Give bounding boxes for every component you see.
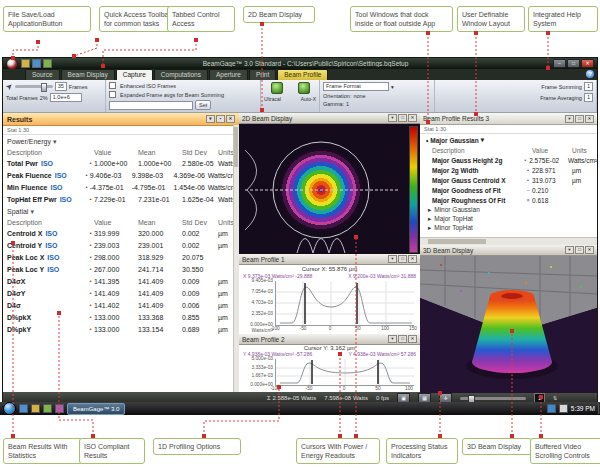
- 2d-beam-view[interactable]: [239, 124, 420, 255]
- enhanced-iso-checkbox[interactable]: [109, 82, 116, 89]
- row-bullet-icon[interactable]: •: [83, 184, 90, 190]
- window-menu-icon[interactable]: ▾: [388, 114, 397, 122]
- row-bullet-icon[interactable]: •: [87, 242, 94, 248]
- window-close-icon[interactable]: ✕: [408, 114, 417, 122]
- profile2-titlebar[interactable]: Beam Profile 2 ▾ □ ✕: [239, 334, 420, 345]
- power-energy-section[interactable]: Power/Energy▾: [3, 135, 239, 147]
- collapsed-section[interactable]: ▸ Minor Gaussian: [420, 205, 597, 214]
- table-row[interactable]: Major Gauss Centroid X • 319.073 µm: [420, 175, 597, 185]
- gamma-value[interactable]: 1: [346, 101, 349, 107]
- major-gaussian-section[interactable]: • Major Gaussian ▾: [420, 134, 597, 145]
- row-bullet-icon[interactable]: •: [87, 290, 94, 296]
- row-bullet-icon[interactable]: •: [87, 266, 94, 272]
- table-row[interactable]: Total PwrISO • 1.000e+00 1.000e+00 2.580…: [3, 157, 239, 169]
- table-row[interactable]: Peak Loc XISO • 298.000 318.929 20.075: [3, 251, 239, 263]
- ultracal-icon[interactable]: [271, 82, 283, 94]
- table-row[interactable]: D4σX • 141.395 141.409 0.009 µm: [3, 275, 239, 287]
- help-icon[interactable]: ?: [586, 70, 594, 78]
- window-maximize-icon[interactable]: □: [398, 114, 407, 122]
- row-bullet-icon[interactable]: •: [87, 326, 94, 332]
- table-row[interactable]: Peak FluenceISO • 9.406e-03 9.398e-03 4.…: [3, 169, 239, 181]
- quicklaunch-icon-3[interactable]: [43, 404, 52, 413]
- close-button[interactable]: ✕: [581, 59, 594, 68]
- window-close-icon[interactable]: ✕: [408, 335, 417, 343]
- collapsed-section[interactable]: ▸ Minor TopHat: [420, 223, 597, 232]
- table-row[interactable]: Major 2g Width • 228.971 µm: [420, 165, 597, 175]
- 2d-window-titlebar[interactable]: 2D Beam Display ▾ □ ✕: [239, 113, 420, 124]
- row-bullet-icon[interactable]: •: [87, 196, 94, 202]
- row-bullet-icon[interactable]: •: [87, 160, 94, 166]
- frame-format-combo[interactable]: Frame Format: [323, 82, 389, 91]
- table-row[interactable]: Centroid YISO • 239.003 239.001 0.002 µm: [3, 239, 239, 251]
- table-row[interactable]: Peak Loc YISO • 267.000 241.714 30.550: [3, 263, 239, 275]
- window-menu-icon[interactable]: ▾: [388, 335, 397, 343]
- window-close-icon[interactable]: ✕: [585, 115, 594, 123]
- results-stat-toolbar[interactable]: Stat 1:30: [3, 126, 239, 135]
- window-menu-icon[interactable]: ▾: [388, 255, 397, 263]
- profile1-chart[interactable]: Cursor X: 55.876 µm X 9.373e-03 Watts/cm…: [239, 265, 420, 335]
- orientation-value[interactable]: none: [353, 93, 365, 99]
- table-row[interactable]: D%pkY • 133.000 133.154 0.689 µm: [3, 323, 239, 335]
- quicklaunch-icon-1[interactable]: [19, 404, 28, 413]
- table-row[interactable]: Centroid XISO • 319.999 320.000 0.002 µm: [3, 227, 239, 239]
- 3d-window-titlebar[interactable]: 3D Beam Display ▾ □ ✕: [420, 245, 597, 256]
- window-maximize-icon[interactable]: □: [575, 115, 584, 123]
- frame-buffer-slider[interactable]: [460, 397, 526, 400]
- panel-close-icon[interactable]: ✕: [226, 115, 235, 123]
- total-frames-combo[interactable]: 1.0e+6: [50, 93, 82, 102]
- ribbon-tab[interactable]: Beam Profile: [277, 69, 328, 80]
- taskbar-app-button[interactable]: BeamGage™ 3.0: [67, 403, 125, 415]
- table-row[interactable]: Min FluenceISO • -4.375e-01 -4.795e-01 1…: [3, 181, 239, 193]
- collapsed-section[interactable]: ▸ Major TopHat: [420, 214, 597, 223]
- set-button[interactable]: Set: [195, 100, 211, 110]
- ribbon-tab[interactable]: Aperture: [209, 69, 248, 80]
- row-bullet-icon[interactable]: •: [87, 230, 94, 236]
- quicklaunch-icon-4[interactable]: [55, 404, 64, 413]
- spatial-section[interactable]: Spatial▾: [3, 205, 239, 217]
- ribbon-tab[interactable]: Computations: [154, 69, 208, 80]
- maximize-button[interactable]: □: [567, 59, 580, 68]
- window-close-icon[interactable]: ✕: [585, 246, 594, 254]
- row-bullet-icon[interactable]: •: [87, 302, 94, 308]
- table-row[interactable]: Major Roughness Of Fit × 0.618: [420, 195, 597, 205]
- window-maximize-icon[interactable]: □: [575, 246, 584, 254]
- auto-x-icon[interactable]: [298, 82, 310, 94]
- table-row[interactable]: Major Goodness of Fit – 0.210: [420, 185, 597, 195]
- ribbon-tab[interactable]: Print: [249, 69, 276, 80]
- start-button[interactable]: [3, 402, 16, 415]
- ribbon-tab[interactable]: Beam Display: [61, 69, 115, 80]
- frame-rate-slider[interactable]: [15, 85, 53, 88]
- quicklaunch-icon-2[interactable]: [31, 404, 40, 413]
- window-maximize-icon[interactable]: □: [398, 335, 407, 343]
- profile1-titlebar[interactable]: Beam Profile 1 ▾ □ ✕: [239, 254, 420, 265]
- table-row[interactable]: Major Gauss Height 2g • 2.575E-02 Watts/…: [420, 155, 597, 165]
- panel-menu-icon[interactable]: ▾: [206, 115, 215, 123]
- window-close-icon[interactable]: ✕: [408, 255, 417, 263]
- window-menu-icon[interactable]: ▾: [565, 115, 574, 123]
- row-bullet-icon[interactable]: •: [83, 172, 90, 178]
- expanded-summing-checkbox[interactable]: [109, 91, 116, 98]
- profile2-chart[interactable]: Cursor Y: 3.162 µm Y 4.938e-03 Watts/cm²…: [239, 345, 420, 393]
- ribbon-tab[interactable]: Capture: [116, 69, 153, 80]
- ribbon-tab[interactable]: Source: [25, 69, 60, 80]
- print-icon[interactable]: [43, 59, 52, 68]
- window-maximize-icon[interactable]: □: [398, 255, 407, 263]
- table-row[interactable]: D4σY • 141.409 141.409 0.009 µm: [3, 287, 239, 299]
- row-bullet-icon[interactable]: •: [87, 314, 94, 320]
- row-bullet-icon[interactable]: •: [87, 278, 94, 284]
- panel-pin-icon[interactable]: ▪: [216, 115, 225, 123]
- frames-spinner[interactable]: 35: [55, 82, 67, 91]
- results3-scrollbar[interactable]: [420, 237, 597, 245]
- open-icon[interactable]: [32, 59, 41, 68]
- row-bullet-icon[interactable]: •: [87, 254, 94, 260]
- table-row[interactable]: TopHat Eff PwrISO • 7.229e-01 7.231e-01 …: [3, 193, 239, 205]
- comment-field[interactable]: [109, 101, 193, 110]
- frame-averaging-spinner[interactable]: 1: [584, 93, 593, 102]
- tray-volume-icon[interactable]: [559, 404, 568, 413]
- table-row[interactable]: D4σ • 141.402 141.409 0.006 µm: [3, 299, 239, 311]
- results3-header[interactable]: Beam Profile Results 3 ▾ □ ✕: [420, 113, 597, 125]
- save-icon[interactable]: [21, 59, 30, 68]
- table-row[interactable]: D%pkX • 133.000 133.368 0.855 µm: [3, 311, 239, 323]
- tray-network-icon[interactable]: [547, 404, 556, 413]
- frame-summing-spinner[interactable]: 1: [584, 82, 593, 91]
